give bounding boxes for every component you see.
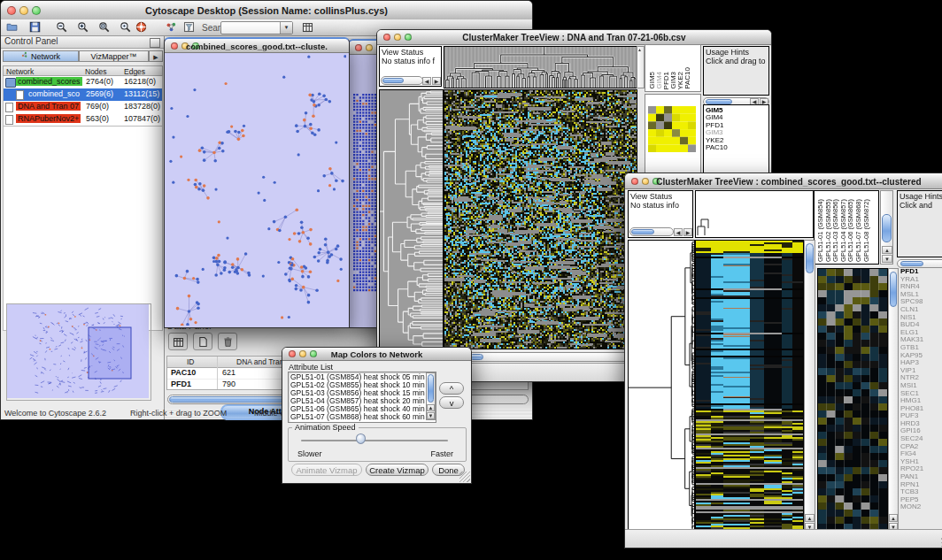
heatmap-hscrollbar[interactable] (444, 352, 636, 362)
view-status-panel: View Status No status info f ◀ ▶ (379, 46, 442, 87)
scroll-up-icon[interactable]: ▲ (805, 514, 815, 522)
control-panel-header: Control Panel (1, 36, 164, 49)
network-tree-row[interactable]: RNAPuberNov2+563(0)107847(0) (4, 113, 162, 126)
column-dendrogram-canvas[interactable] (444, 46, 637, 88)
scrollbar-thumb[interactable] (900, 261, 923, 266)
global-heatmap-canvas[interactable] (444, 89, 637, 349)
zoom-out-icon[interactable] (56, 21, 69, 35)
trash-icon[interactable] (218, 333, 237, 350)
animation-speed-group: Animation Speed Slower Faster (288, 427, 467, 462)
zoom-fit-icon[interactable] (98, 21, 112, 35)
resize-grip[interactable] (459, 472, 470, 482)
close-icon[interactable] (289, 350, 296, 357)
save-icon[interactable] (29, 21, 42, 35)
column-label: PAC10 (683, 67, 691, 89)
table-icon[interactable] (168, 333, 188, 350)
column-header-network[interactable]: Network (6, 67, 34, 76)
row-id: PAC10 (171, 368, 196, 377)
heatmap-vscrollbar[interactable]: ▲ ▼ (804, 240, 815, 532)
network-nodes-count: 769(0) (86, 102, 109, 111)
network-overview-canvas[interactable] (7, 304, 149, 398)
tab-overflow-button[interactable]: ▶ (149, 50, 163, 62)
table-import-icon[interactable] (302, 21, 315, 35)
tab-network[interactable]: Network (3, 50, 79, 62)
scrollbar-thumb[interactable] (890, 272, 897, 307)
open-icon[interactable] (6, 21, 19, 35)
scrollbar-thumb[interactable] (382, 78, 404, 83)
scroll-up-icon[interactable]: ▲ (889, 514, 898, 522)
main-titlebar[interactable]: Cytoscape Desktop (Session Name: collins… (1, 1, 532, 20)
node-appearance-icon[interactable] (166, 21, 179, 35)
new-doc-icon[interactable] (193, 333, 212, 350)
filter-icon[interactable] (183, 21, 197, 35)
scroll-left-icon[interactable]: ◀ (422, 77, 431, 85)
close-icon[interactable] (171, 42, 178, 50)
column-tree-marks (696, 211, 714, 237)
create-vizmap-button[interactable]: Create Vizmap (366, 464, 429, 476)
network-nodes-count: 2764(0) (86, 77, 113, 86)
list-vscrollbar[interactable]: ▲ ▼ (426, 372, 436, 420)
chevron-down-icon[interactable]: ▼ (280, 22, 292, 34)
network-edges-count: 183728(0) (124, 102, 160, 111)
tv1-vscrollbar[interactable]: ▲ (637, 46, 645, 88)
search-input[interactable] (222, 22, 282, 34)
scroll-left-icon[interactable]: ◀ (674, 228, 683, 236)
close-icon[interactable] (355, 44, 362, 51)
scroll-up-icon[interactable]: ▲ (882, 246, 892, 254)
tab-vizmapper[interactable]: VizMapper™ (79, 50, 149, 62)
scroll-up-icon[interactable]: ▲ (427, 404, 435, 411)
global-heatmap-canvas[interactable] (695, 240, 804, 532)
network-graph-canvas[interactable] (166, 53, 346, 326)
network-tree-row[interactable]: combined_scores2764(0)16218(0) (4, 76, 162, 88)
dialog-titlebar[interactable]: Map Colors to Network (282, 348, 471, 361)
zoom-actual-icon[interactable] (120, 21, 133, 35)
scrollbar-thumb[interactable] (428, 374, 434, 403)
scrollbar-thumb[interactable] (806, 243, 814, 273)
attribute-listbox[interactable]: GPL51-01 (GSM854) heat shock 05 minGPL51… (288, 372, 436, 423)
correlation-matrix-canvas[interactable] (648, 106, 696, 152)
data-panel-toolbar (168, 333, 237, 350)
zoom-in-icon[interactable] (77, 21, 90, 35)
treeview2-titlebar[interactable]: ClusterMaker TreeView : combined_scores_… (625, 173, 942, 189)
row-dendrogram-canvas[interactable] (628, 240, 695, 532)
float-panel-icon[interactable] (150, 38, 160, 48)
speed-slider-track[interactable] (301, 440, 448, 441)
scrollbar-thumb[interactable] (882, 214, 892, 242)
view-status-hscrollbar[interactable] (629, 227, 674, 236)
control-panel: Control Panel NetworkVizMapper™▶ Network… (1, 36, 165, 419)
network-window-titlebar[interactable]: combined_scores_good.txt--cluste... (165, 39, 349, 53)
scrollbar-thumb[interactable] (631, 229, 654, 234)
attribute-list-item[interactable]: GPL51-07 (GSM868) heat shock 60 min (290, 413, 425, 421)
network-view-window: combined_scores_good.txt--cluste... (164, 37, 350, 328)
scroll-up-icon[interactable]: ▲ (637, 47, 642, 52)
column-header-edges[interactable]: Edges (124, 67, 145, 76)
usage-hscrollbar[interactable] (897, 259, 942, 268)
speed-slider-thumb[interactable] (356, 433, 366, 444)
network-table-header: NetworkNodesEdges (3, 65, 163, 76)
minimize-icon[interactable] (366, 44, 373, 51)
close-icon[interactable] (631, 178, 638, 185)
treeview1-titlebar[interactable]: ClusterMaker TreeView : DNA and Tran 07-… (377, 30, 771, 45)
close-icon[interactable] (383, 34, 390, 41)
column-tree-panel (695, 190, 814, 238)
network-tree-row[interactable]: combined_sco2569(6)13112(15) (4, 88, 162, 101)
row-dendrogram-canvas[interactable] (379, 89, 444, 349)
help-icon[interactable] (135, 21, 149, 35)
network-tree-row[interactable]: DNA and Tran 07769(0)183728(0) (4, 101, 162, 113)
column-header-nodes[interactable]: Nodes (85, 67, 107, 76)
search-combobox[interactable]: ▼ (220, 21, 293, 35)
move-down-button[interactable]: v (439, 396, 464, 409)
scroll-down-icon[interactable]: ▼ (882, 255, 892, 263)
scroll-right-icon[interactable]: ▶ (432, 77, 441, 85)
view-status-panel: View Status No status info ◀ ▶ (628, 190, 693, 238)
scroll-down-icon[interactable]: ▼ (427, 412, 435, 419)
close-icon[interactable] (7, 6, 16, 15)
move-up-button[interactable]: ^ (439, 382, 464, 395)
view-status-hscrollbar[interactable] (381, 76, 423, 85)
scroll-right-icon[interactable]: ▶ (683, 228, 692, 236)
column-header[interactable]: ID (187, 357, 195, 366)
collabel-vscrollbar[interactable]: ▲ ▼ (880, 190, 893, 265)
zoom-vscrollbar[interactable]: ▲ ▼ (888, 268, 899, 532)
zoom-heatmap-canvas[interactable] (817, 268, 888, 532)
status-welcome: Welcome to Cytoscape 2.6.2 (4, 409, 106, 418)
